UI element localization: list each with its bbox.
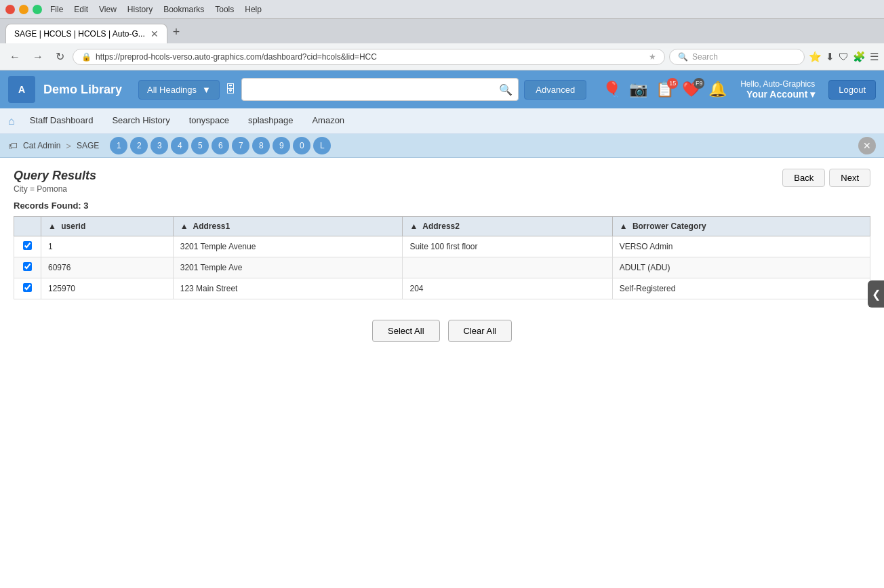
download-icon[interactable]: ⬇ [826, 51, 835, 63]
main-content: Query Results City = Pomona Back Next Re… [0, 158, 884, 497]
page-circle-L[interactable]: L [313, 137, 331, 154]
row-checkbox[interactable] [23, 262, 32, 271]
bottom-actions: Select All Clear All [14, 299, 870, 356]
heart-icon[interactable]: ❤️ F9 [682, 81, 700, 98]
search-container: All Headings ▼ 🗄 🔍 Advanced [138, 78, 586, 101]
url-bar[interactable]: 🔒 https://preprod-hcols-verso.auto-graph… [73, 49, 665, 65]
row-address1: 123 Main Street [173, 278, 403, 299]
side-toggle-icon: ❮ [872, 288, 881, 301]
page-circle-9[interactable]: 9 [273, 137, 290, 154]
database-icon[interactable]: 🗄 [225, 83, 236, 96]
search-input-wrap: 🔍 [241, 78, 519, 101]
hello-text: Hello, Auto-Graphics [740, 79, 815, 89]
tab-close-icon[interactable]: ✕ [150, 28, 159, 39]
row-address2 [403, 257, 612, 278]
window-close-button[interactable] [5, 5, 15, 14]
next-button[interactable]: Next [829, 169, 870, 187]
address2-sort-icon: ▲ [409, 222, 418, 231]
clear-all-button[interactable]: Clear All [448, 320, 512, 342]
browser-search-bar[interactable]: 🔍 Search [669, 49, 805, 65]
menu-view[interactable]: View [99, 5, 117, 14]
nav-amazon[interactable]: Amazon [302, 110, 354, 132]
page-circle-0[interactable]: 0 [293, 137, 310, 154]
userid-sort-icon: ▲ [48, 222, 56, 231]
nav-splashpage[interactable]: splashpage [239, 110, 303, 132]
query-subtitle: City = Pomona [14, 184, 96, 194]
row-userid: 1 [41, 236, 174, 257]
page-circle-1[interactable]: 1 [110, 137, 127, 154]
menu-edit[interactable]: Edit [74, 5, 88, 14]
close-cat-admin-button[interactable]: ✕ [858, 137, 876, 154]
col-header-address1[interactable]: ▲ Address1 [173, 217, 403, 236]
cat-admin-icon: 🏷 [8, 140, 18, 151]
page-circle-3[interactable]: 3 [150, 137, 168, 154]
menu-history[interactable]: History [127, 5, 153, 14]
table-row: 125970 123 Main Street 204 Self-Register… [14, 278, 870, 299]
search-input[interactable] [247, 85, 499, 95]
heading-dropdown-icon: ▼ [202, 85, 211, 95]
row-address1: 3201 Temple Ave [173, 257, 403, 278]
heart-badge: F9 [694, 78, 704, 89]
balloon-icon[interactable]: 🎈 [603, 81, 621, 98]
advanced-search-button[interactable]: Advanced [524, 80, 586, 100]
forward-nav-button[interactable]: → [28, 48, 47, 66]
query-info: Query Results City = Pomona [14, 169, 96, 194]
page-circle-2[interactable]: 2 [130, 137, 148, 154]
breadcrumb-cat-admin: Cat Admin [23, 141, 60, 150]
reload-button[interactable]: ↻ [52, 47, 68, 66]
page-circle-8[interactable]: 8 [252, 137, 270, 154]
extension-icon[interactable]: 🧩 [853, 51, 866, 63]
heading-select-dropdown[interactable]: All Headings ▼ [138, 80, 220, 100]
window-controls[interactable] [5, 5, 42, 14]
menu-file[interactable]: File [50, 5, 63, 14]
menu-bookmarks[interactable]: Bookmarks [163, 5, 204, 14]
account-link[interactable]: Your Account ▾ [740, 89, 815, 100]
row-checkbox-cell[interactable] [14, 236, 41, 257]
back-button[interactable]: Back [782, 169, 825, 187]
col-header-borrower-category[interactable]: ▲ Borrower Category [612, 217, 870, 236]
menu-icon[interactable]: ☰ [870, 51, 879, 63]
nav-buttons: Back Next [782, 169, 870, 187]
row-borrower-category: VERSO Admin [612, 236, 870, 257]
page-circle-6[interactable]: 6 [212, 137, 229, 154]
list-icon[interactable]: 📋 15 [656, 81, 674, 98]
bookmark-icon[interactable]: ⭐ [809, 51, 822, 63]
select-all-button[interactable]: Select All [372, 320, 439, 342]
results-table: ▲ userid ▲ Address1 ▲ Address2 ▲ Borrowe… [14, 216, 870, 299]
url-text: https://preprod-hcols-verso.auto-graphic… [96, 52, 645, 62]
search-submit-icon[interactable]: 🔍 [499, 83, 513, 96]
back-nav-button[interactable]: ← [5, 48, 24, 66]
page-circle-7[interactable]: 7 [232, 137, 249, 154]
row-checkbox[interactable] [23, 283, 32, 292]
new-tab-button[interactable]: + [167, 22, 186, 42]
bell-icon[interactable]: 🔔 [708, 81, 727, 98]
app-nav: ⌂ Staff Dashboard Search History tonyspa… [0, 108, 884, 134]
browser-search-placeholder: Search [692, 52, 718, 62]
page-circle-5[interactable]: 5 [191, 137, 209, 154]
shield-icon[interactable]: 🛡 [839, 51, 849, 62]
row-checkbox-cell[interactable] [14, 278, 41, 299]
nav-staff-dashboard[interactable]: Staff Dashboard [20, 110, 103, 132]
logout-button[interactable]: Logout [828, 80, 876, 100]
row-checkbox-cell[interactable] [14, 257, 41, 278]
nav-tonyspace[interactable]: tonyspace [180, 110, 239, 132]
col-header-address2[interactable]: ▲ Address2 [403, 217, 612, 236]
nav-home-icon[interactable]: ⌂ [8, 115, 15, 127]
row-address1: 3201 Temple Avenue [173, 236, 403, 257]
window-maximize-button[interactable] [33, 5, 42, 14]
window-minimize-button[interactable] [19, 5, 28, 14]
table-row: 60976 3201 Temple Ave ADULT (ADU) [14, 257, 870, 278]
address1-sort-icon: ▲ [180, 222, 188, 231]
menu-help[interactable]: Help [245, 5, 262, 14]
page-circle-4[interactable]: 4 [171, 137, 188, 154]
menu-tools[interactable]: Tools [215, 5, 234, 14]
side-toggle-button[interactable]: ❮ [868, 280, 884, 308]
browser-tab[interactable]: SAGE | HCOLS | HCOLS | Auto-G... ✕ [5, 24, 167, 43]
browser-menu-bar: File Edit View History Bookmarks Tools H… [50, 5, 262, 14]
row-checkbox[interactable] [23, 241, 32, 250]
nav-search-history[interactable]: Search History [102, 110, 179, 132]
col-header-userid[interactable]: ▲ userid [41, 217, 174, 236]
list-badge: 15 [667, 78, 678, 89]
camera-icon[interactable]: 📷 [629, 81, 647, 98]
query-header: Query Results City = Pomona Back Next [14, 169, 870, 194]
